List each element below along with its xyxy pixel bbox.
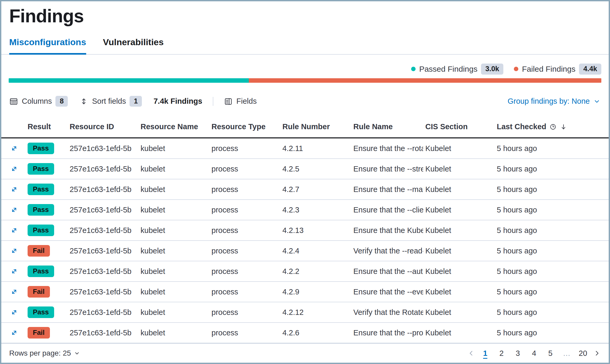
findings-page: Findings Misconfigurations Vulnerabiliti… bbox=[0, 0, 610, 364]
header-resource-type[interactable]: Resource Type bbox=[209, 117, 280, 137]
row-control-cell bbox=[9, 246, 25, 255]
resource-id-cell: 257e1c63-1efd-5b bbox=[68, 308, 138, 317]
rule-number-cell: 4.2.6 bbox=[280, 329, 351, 337]
resource-id-cell: 257e1c63-1efd-5b bbox=[68, 165, 138, 173]
last-checked-cell: 5 hours ago bbox=[495, 144, 601, 153]
resource-type-cell: process bbox=[209, 247, 280, 255]
header-result[interactable]: Result bbox=[25, 117, 68, 137]
rule-name-cell: Ensure that the --event-qps argument is … bbox=[351, 288, 423, 296]
rule-number-cell: 4.2.4 bbox=[280, 247, 351, 255]
tabs: Misconfigurations Vulnerabilities bbox=[1, 37, 609, 55]
page-button-4[interactable]: 4 bbox=[528, 347, 540, 360]
expand-finding-button[interactable] bbox=[10, 308, 19, 317]
failed-findings-legend: Failed Findings 4.4k bbox=[514, 64, 601, 75]
table-toolbar: Columns 8 Sort fields 1 7.4k Findings Fi… bbox=[1, 95, 609, 108]
resource-name-cell: kubelet bbox=[138, 308, 209, 317]
cis-section-cell: Kubelet bbox=[423, 185, 495, 194]
previous-page-button[interactable] bbox=[467, 349, 475, 357]
columns-label: Columns bbox=[22, 97, 52, 106]
last-checked-cell: 5 hours ago bbox=[495, 247, 601, 255]
table-row: Fail 257e1c63-1efd-5b kubelet process 4.… bbox=[1, 282, 609, 302]
header-resource-name[interactable]: Resource Name bbox=[138, 117, 209, 137]
expand-finding-button[interactable] bbox=[10, 246, 19, 255]
expand-finding-button[interactable] bbox=[10, 144, 19, 153]
result-badge: Fail bbox=[28, 245, 50, 257]
expand-icon bbox=[10, 185, 19, 194]
rule-number-cell: 4.2.3 bbox=[280, 206, 351, 214]
header-last-checked[interactable]: Last Checked bbox=[495, 117, 601, 137]
last-checked-cell: 5 hours ago bbox=[495, 185, 601, 194]
sort-fields-button[interactable]: Sort fields 1 bbox=[79, 96, 142, 107]
rule-name-cell: Ensure that the --make-iptables-util-cha… bbox=[351, 185, 423, 194]
resource-name-cell: kubelet bbox=[138, 144, 209, 153]
header-cis-section[interactable]: CIS Section bbox=[423, 117, 495, 137]
result-cell: Fail bbox=[25, 327, 68, 339]
header-rule-name[interactable]: Rule Name bbox=[351, 117, 423, 137]
result-badge: Pass bbox=[28, 266, 54, 277]
table-row: Pass 257e1c63-1efd-5b kubelet process 4.… bbox=[1, 159, 609, 179]
resource-type-cell: process bbox=[209, 165, 280, 173]
table-row: Pass 257e1c63-1efd-5b kubelet process 4.… bbox=[1, 138, 609, 159]
row-control-cell bbox=[9, 287, 25, 296]
cis-section-cell: Kubelet bbox=[423, 329, 495, 337]
group-findings-by-button[interactable]: Group findings by: None bbox=[508, 97, 601, 106]
result-badge: Fail bbox=[28, 327, 50, 339]
findings-distribution-legend: Passed Findings 3.0k Failed Findings 4.4… bbox=[1, 63, 609, 75]
cis-section-cell: Kubelet bbox=[423, 247, 495, 255]
resource-type-cell: process bbox=[209, 185, 280, 194]
header-resource-id[interactable]: Resource ID bbox=[68, 117, 138, 137]
toolbar-divider bbox=[213, 97, 213, 106]
result-badge: Pass bbox=[28, 184, 54, 195]
expand-finding-button[interactable] bbox=[10, 205, 19, 214]
cis-section-cell: Kubelet bbox=[423, 288, 495, 296]
rule-name-cell: Ensure that the Kubelet only makes use o… bbox=[351, 226, 423, 235]
resource-type-cell: process bbox=[209, 226, 280, 235]
page-button-3[interactable]: 3 bbox=[511, 347, 524, 360]
expand-icon bbox=[10, 144, 19, 153]
chevron-right-icon bbox=[593, 349, 601, 357]
findings-table: Result Resource ID Resource Name Resourc… bbox=[1, 117, 609, 343]
expand-icon bbox=[10, 287, 19, 296]
passed-findings-legend: Passed Findings 3.0k bbox=[411, 64, 503, 75]
expand-finding-button[interactable] bbox=[10, 267, 19, 276]
result-badge: Pass bbox=[28, 143, 54, 154]
expand-finding-button[interactable] bbox=[10, 226, 19, 235]
row-control-cell bbox=[9, 308, 25, 317]
rule-name-cell: Ensure that the --streaming-connection-i… bbox=[351, 165, 423, 173]
rule-number-cell: 4.2.9 bbox=[280, 288, 351, 296]
resource-name-cell: kubelet bbox=[138, 165, 209, 173]
page-button-1[interactable]: 1 bbox=[479, 347, 492, 360]
page-button-20[interactable]: 20 bbox=[577, 347, 589, 360]
findings-distribution-bar bbox=[9, 78, 601, 83]
columns-button[interactable]: Columns 8 bbox=[9, 96, 68, 107]
result-cell: Pass bbox=[25, 204, 68, 216]
expand-finding-button[interactable] bbox=[10, 185, 19, 194]
cis-section-cell: Kubelet bbox=[423, 267, 495, 276]
tab-misconfigurations[interactable]: Misconfigurations bbox=[9, 37, 86, 55]
failed-findings-label: Failed Findings bbox=[522, 65, 575, 74]
last-checked-cell: 5 hours ago bbox=[495, 206, 601, 214]
expand-finding-button[interactable] bbox=[10, 164, 19, 173]
tab-vulnerabilities[interactable]: Vulnerabilities bbox=[103, 37, 164, 55]
rule-number-cell: 4.2.11 bbox=[280, 144, 351, 153]
next-page-button[interactable] bbox=[593, 349, 601, 357]
expand-finding-button[interactable] bbox=[10, 287, 19, 296]
columns-grid-icon bbox=[9, 97, 18, 106]
page-button-2[interactable]: 2 bbox=[495, 347, 508, 360]
expand-finding-button[interactable] bbox=[10, 328, 19, 337]
fields-button[interactable]: Fields bbox=[224, 97, 257, 106]
last-checked-cell: 5 hours ago bbox=[495, 226, 601, 235]
header-rule-number[interactable]: Rule Number bbox=[280, 117, 351, 137]
last-checked-cell: 5 hours ago bbox=[495, 288, 601, 296]
expand-icon bbox=[10, 205, 19, 214]
rows-per-page-label: Rows per page: 25 bbox=[9, 349, 71, 357]
rows-per-page-button[interactable]: Rows per page: 25 bbox=[9, 349, 80, 357]
row-control-cell bbox=[9, 205, 25, 214]
last-checked-cell: 5 hours ago bbox=[495, 329, 601, 337]
row-control-cell bbox=[9, 164, 25, 173]
rule-name-cell: Verify that the RotateKubeletServerCerti… bbox=[351, 308, 423, 317]
resource-id-cell: 257e1c63-1efd-5b bbox=[68, 206, 138, 214]
resource-id-cell: 257e1c63-1efd-5b bbox=[68, 267, 138, 276]
last-checked-cell: 5 hours ago bbox=[495, 267, 601, 276]
page-button-5[interactable]: 5 bbox=[544, 347, 557, 360]
